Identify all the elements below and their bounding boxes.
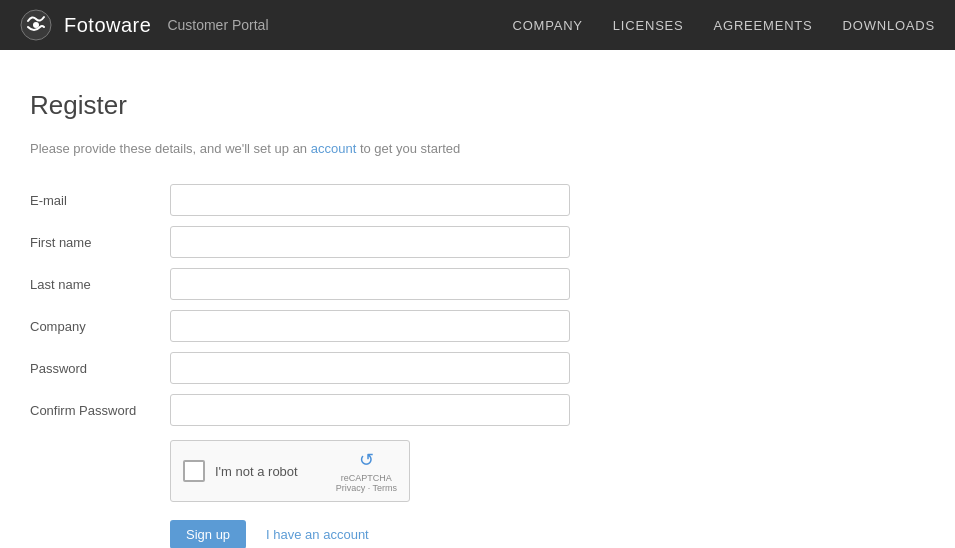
recaptcha-label: I'm not a robot — [215, 464, 326, 479]
firstname-row: First name — [30, 226, 925, 258]
header: Fotoware Customer Portal COMPANY LICENSE… — [0, 0, 955, 50]
recaptcha-checkbox[interactable] — [183, 460, 205, 482]
nav-company[interactable]: COMPANY — [512, 18, 582, 33]
svg-point-1 — [33, 22, 39, 28]
password-input[interactable] — [170, 352, 570, 384]
main-nav: COMPANY LICENSES AGREEMENTS DOWNLOADS — [512, 18, 935, 33]
email-label: E-mail — [30, 193, 170, 208]
logo-area: Fotoware Customer Portal — [20, 9, 269, 41]
fotoware-logo-icon — [20, 9, 52, 41]
lastname-row: Last name — [30, 268, 925, 300]
signup-button[interactable]: Sign up — [170, 520, 246, 548]
subtitle-end: to get you started — [356, 141, 460, 156]
register-form: E-mail First name Last name Company Pass… — [30, 184, 925, 548]
nav-downloads[interactable]: DOWNLOADS — [843, 18, 935, 33]
have-account-link[interactable]: I have an account — [266, 527, 369, 542]
recaptcha-links: Privacy · Terms — [336, 483, 397, 493]
password-row: Password — [30, 352, 925, 384]
logo-text: Fotoware — [64, 14, 151, 37]
company-input[interactable] — [170, 310, 570, 342]
company-label: Company — [30, 319, 170, 334]
password-label: Password — [30, 361, 170, 376]
portal-text: Customer Portal — [167, 17, 268, 33]
email-row: E-mail — [30, 184, 925, 216]
lastname-label: Last name — [30, 277, 170, 292]
recaptcha-widget[interactable]: I'm not a robot ↺ reCAPTCHA Privacy · Te… — [170, 440, 410, 502]
confirm-password-input[interactable] — [170, 394, 570, 426]
nav-agreements[interactable]: AGREEMENTS — [714, 18, 813, 33]
firstname-input[interactable] — [170, 226, 570, 258]
subtitle-start: Please provide these details, and we'll … — [30, 141, 311, 156]
main-content: Register Please provide these details, a… — [0, 50, 955, 548]
confirm-password-row: Confirm Password — [30, 394, 925, 426]
firstname-label: First name — [30, 235, 170, 250]
form-actions: Sign up I have an account — [170, 520, 925, 548]
recaptcha-logo: ↺ reCAPTCHA Privacy · Terms — [336, 449, 397, 493]
recaptcha-icon: ↺ — [359, 449, 374, 471]
recaptcha-brand: reCAPTCHA — [341, 473, 392, 483]
nav-licenses[interactable]: LICENSES — [613, 18, 684, 33]
email-input[interactable] — [170, 184, 570, 216]
page-title: Register — [30, 90, 925, 121]
company-row: Company — [30, 310, 925, 342]
confirm-password-label: Confirm Password — [30, 403, 170, 418]
subtitle: Please provide these details, and we'll … — [30, 141, 925, 156]
lastname-input[interactable] — [170, 268, 570, 300]
subtitle-link: account — [311, 141, 357, 156]
